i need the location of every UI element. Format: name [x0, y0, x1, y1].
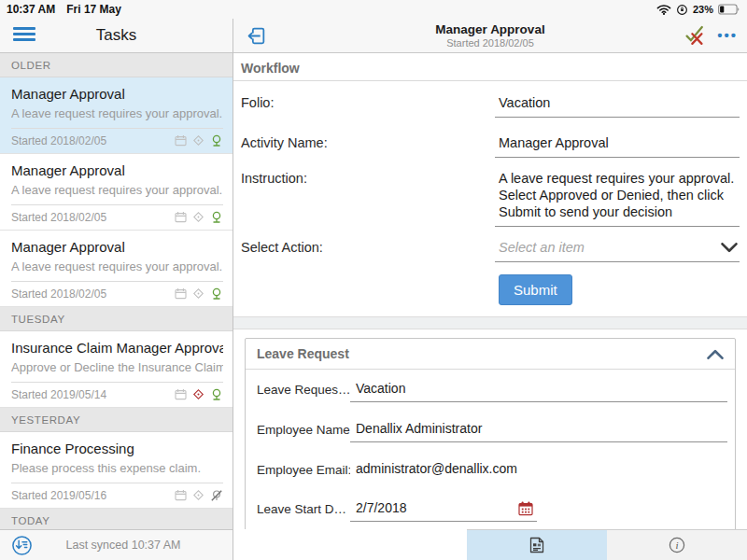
due-date-calendar-icon	[175, 388, 187, 400]
online-tree-icon	[210, 134, 223, 147]
leave-request-card: Leave Request Leave Reques… Vacation Emp…	[245, 338, 736, 529]
due-date-calendar-icon	[175, 287, 187, 300]
task-started: Started 2019/05/14	[11, 388, 106, 401]
battery-icon	[718, 4, 740, 15]
rotation-lock-icon	[676, 4, 688, 16]
submit-button[interactable]: Submit	[499, 274, 572, 305]
wifi-icon	[656, 4, 671, 15]
detail-header: Manager Approval Started 2018/02/05 •••	[233, 19, 747, 53]
leave-request-type-input[interactable]: Vacation	[350, 381, 727, 402]
leave-start-date-input[interactable]: 2/7/2018	[350, 500, 537, 522]
task-row[interactable]: Finance Processing Please process this e…	[0, 432, 233, 509]
instruction-line: Select Approved or Denied, then click	[499, 187, 738, 203]
due-date-calendar-icon	[175, 134, 187, 147]
task-list-panel: Tasks OLDER Manager Approval A leave req…	[0, 19, 233, 560]
status-bar: 10:37 AM Fri 17 May 23%	[0, 0, 747, 19]
task-row[interactable]: Manager Approval A leave request require…	[0, 77, 233, 154]
employee-email-label: Employee Email:	[257, 461, 350, 477]
online-tree-icon	[210, 287, 223, 301]
panel-title: Tasks	[96, 26, 136, 45]
detail-title: Manager Approval	[233, 21, 747, 37]
section-header-older: OLDER	[0, 53, 233, 77]
select-action-dropdown[interactable]: Select an item	[495, 239, 740, 262]
instruction-text: A leave request requires your approval. …	[495, 170, 740, 227]
sync-icon[interactable]	[11, 535, 33, 556]
date-picker-calendar-icon[interactable]	[518, 501, 533, 516]
online-tree-icon	[210, 211, 223, 224]
task-title: Manager Approval	[11, 239, 223, 256]
clock: 10:37 AM	[7, 3, 55, 16]
task-description: Approve or Decline the Insurance Claim.	[11, 359, 223, 375]
app-screen: 10:37 AM Fri 17 May 23%	[0, 0, 747, 560]
instruction-label: Instruction:	[241, 170, 495, 186]
task-description: A leave request requires your approval. …	[11, 259, 223, 274]
task-row[interactable]: Insurance Claim Manager Approval Approve…	[0, 331, 233, 408]
battery-percent: 23%	[693, 4, 713, 15]
section-header-yesterday: YESTERDAY	[0, 408, 233, 432]
priority-high-diamond-icon	[192, 388, 204, 400]
due-date-calendar-icon	[175, 489, 187, 501]
menu-icon[interactable]	[13, 27, 35, 44]
card-title: Leave Request	[257, 346, 349, 361]
task-row[interactable]: Manager Approval A leave request require…	[0, 154, 233, 231]
employee-email-value: administrator@denallix.com	[350, 461, 727, 482]
activity-name-label: Activity Name:	[241, 134, 495, 150]
section-divider	[233, 316, 747, 329]
last-synced-label: Last synced 10:37 AM	[33, 539, 233, 552]
instruction-line: Submit to send your decision	[499, 203, 738, 220]
task-row[interactable]: Manager Approval A leave request require…	[0, 231, 233, 307]
priority-diamond-icon	[192, 211, 204, 223]
bottom-tab-bar: i	[467, 529, 747, 560]
svg-text:i: i	[675, 539, 678, 551]
tab-form[interactable]	[467, 530, 607, 560]
online-tree-icon	[210, 388, 223, 401]
section-header-tuesday: TUESDAY	[0, 307, 233, 331]
task-detail-panel: Manager Approval Started 2018/02/05 ••• …	[233, 19, 747, 560]
more-options-icon[interactable]: •••	[717, 24, 738, 47]
employee-name-input[interactable]: Denallix Administrator	[350, 421, 727, 442]
task-list-header: Tasks	[0, 19, 233, 53]
select-action-label: Select Action:	[241, 239, 495, 255]
task-description: A leave request requires your approval. …	[11, 105, 223, 121]
priority-diamond-icon	[192, 489, 204, 501]
dropdown-placeholder: Select an item	[499, 239, 721, 256]
tab-info[interactable]: i	[607, 530, 747, 560]
task-description: A leave request requires your approval. …	[11, 182, 223, 198]
priority-diamond-icon	[192, 134, 204, 147]
task-started: Started 2019/05/16	[11, 489, 106, 502]
chevron-down-icon	[721, 243, 738, 253]
task-started: Started 2018/02/05	[11, 211, 106, 224]
folio-input[interactable]: Vacation	[495, 94, 740, 118]
sync-footer: Last synced 10:37 AM	[0, 529, 233, 560]
approve-reject-icon[interactable]	[684, 24, 706, 47]
leave-start-date-label: Leave Start D…	[257, 500, 350, 516]
status-date: Fri 17 May	[66, 3, 121, 16]
activity-name-input[interactable]: Manager Approval	[495, 134, 740, 158]
offline-tree-icon	[210, 489, 223, 502]
task-started: Started 2018/02/05	[11, 287, 106, 301]
chevron-up-icon[interactable]	[707, 349, 724, 359]
folio-label: Folio:	[241, 94, 495, 110]
leave-request-card-header[interactable]: Leave Request	[246, 339, 735, 370]
due-date-calendar-icon	[175, 211, 187, 223]
task-title: Manager Approval	[11, 86, 223, 103]
instruction-line: A leave request requires your approval.	[499, 170, 738, 187]
detail-subtitle: Started 2018/02/05	[233, 37, 747, 49]
task-list: OLDER Manager Approval A leave request r…	[0, 53, 233, 560]
detail-body: Workflow Folio: Vacation Activity Name: …	[233, 53, 747, 529]
leave-request-type-label: Leave Reques…	[257, 381, 350, 397]
task-started: Started 2018/02/05	[11, 134, 106, 147]
task-title: Insurance Claim Manager Approval	[11, 340, 223, 357]
form-document-icon	[528, 536, 546, 554]
priority-diamond-icon	[192, 287, 204, 300]
task-title: Manager Approval	[11, 162, 223, 179]
workflow-heading: Workflow	[233, 53, 747, 81]
task-description: Please process this expense claim.	[11, 460, 223, 476]
info-icon: i	[668, 536, 686, 554]
employee-name-label: Employee Name:	[257, 421, 350, 437]
leave-start-date-value: 2/7/2018	[356, 500, 518, 516]
task-title: Finance Processing	[11, 441, 223, 457]
workflow-form: Folio: Vacation Activity Name: Manager A…	[233, 94, 747, 305]
